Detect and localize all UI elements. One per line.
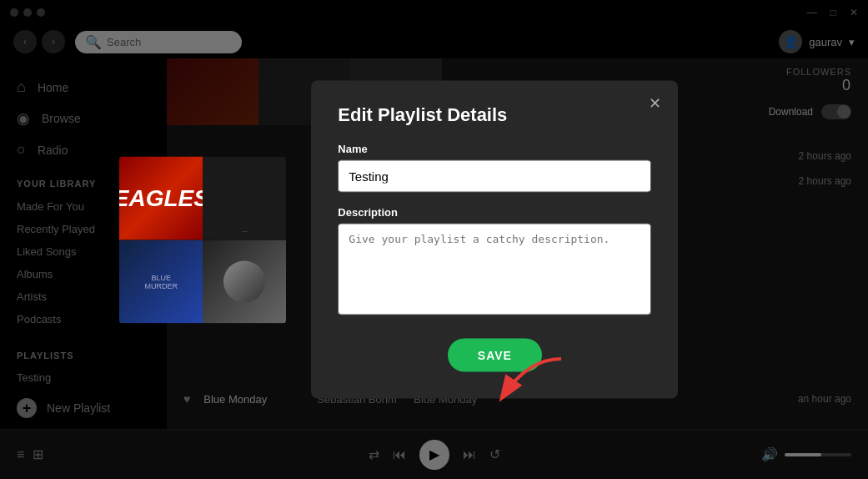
name-label: Name [338,143,651,155]
mosaic-cell-3: BLUEMURDER [119,240,203,323]
save-button[interactable]: SAVE [448,339,542,372]
edit-playlist-modal: EAGLES ··· BLUEMURDER Edit Playlist Deta… [311,81,678,399]
modal-close-button[interactable]: ✕ [649,94,661,113]
modal-title: Edit Playlist Details [338,104,651,126]
name-input[interactable] [338,160,651,193]
mosaic-cell-1: EAGLES [119,156,203,240]
playlist-mosaic: EAGLES ··· BLUEMURDER [119,156,286,323]
mosaic-cell-4 [203,240,286,323]
description-input[interactable] [338,224,651,315]
mosaic-cell-2: ··· [203,156,286,240]
description-label: Description [338,206,651,219]
